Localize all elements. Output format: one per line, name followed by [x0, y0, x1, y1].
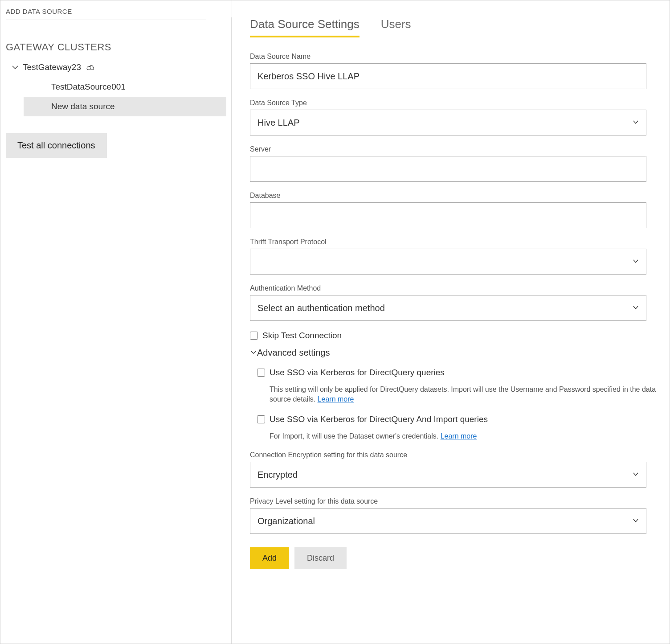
- skip-test-connection-label: Skip Test Connection: [262, 331, 342, 340]
- gateway-label: TestGateway23: [23, 62, 81, 72]
- sso-dq-help-text: This setting will only be applied for Di…: [270, 385, 657, 405]
- privacy-level-label: Privacy Level setting for this data sour…: [250, 497, 662, 505]
- select-value: Encrypted: [257, 470, 298, 480]
- sso-both-learn-more-link[interactable]: Learn more: [441, 432, 477, 440]
- server-label: Server: [250, 145, 662, 153]
- cloud-sync-icon: [86, 64, 95, 71]
- sidebar-item-new-data-source[interactable]: New data source: [24, 97, 226, 116]
- tree-item-label: TestDataSource001: [51, 82, 126, 92]
- chevron-down-icon: [10, 64, 20, 71]
- privacy-level-select[interactable]: Organizational: [250, 508, 646, 534]
- chevron-down-icon: [633, 304, 639, 312]
- tree-item-label: New data source: [51, 102, 115, 111]
- thrift-protocol-select[interactable]: [250, 249, 646, 275]
- advanced-settings-toggle[interactable]: Advanced settings: [250, 348, 662, 358]
- database-input[interactable]: [250, 202, 646, 228]
- sso-kerberos-dq-checkbox[interactable]: [257, 369, 265, 377]
- sso-both-help-text: For Import, it will use the Dataset owne…: [270, 431, 657, 441]
- chevron-down-icon: [633, 471, 639, 479]
- test-all-connections-button[interactable]: Test all connections: [6, 133, 107, 158]
- discard-button[interactable]: Discard: [294, 547, 347, 569]
- add-data-source-link[interactable]: ADD DATA SOURCE: [6, 6, 206, 20]
- thrift-protocol-label: Thrift Transport Protocol: [250, 238, 662, 246]
- chevron-down-icon: [633, 517, 639, 525]
- sso-kerberos-both-label: Use SSO via Kerberos for DirectQuery And…: [270, 414, 488, 424]
- skip-test-connection-checkbox[interactable]: [250, 332, 258, 340]
- gateway-clusters-heading: GATEWAY CLUSTERS: [6, 41, 226, 53]
- data-source-type-select[interactable]: Hive LLAP: [250, 110, 646, 135]
- encryption-setting-label: Connection Encryption setting for this d…: [250, 451, 662, 459]
- chevron-down-icon: [633, 119, 639, 127]
- data-source-name-input[interactable]: [250, 63, 646, 89]
- sidebar: ADD DATA SOURCE GATEWAY CLUSTERS TestGat…: [0, 0, 232, 644]
- sidebar-item-testdatasource001[interactable]: TestDataSource001: [24, 77, 226, 97]
- sso-kerberos-both-checkbox[interactable]: [257, 415, 265, 423]
- select-value: Select an authentication method: [257, 303, 385, 313]
- chevron-down-icon: [633, 258, 639, 266]
- tabs: Data Source Settings Users: [250, 17, 662, 37]
- data-source-name-label: Data Source Name: [250, 53, 662, 61]
- main-content: Data Source Settings Users Data Source N…: [232, 0, 670, 644]
- add-button[interactable]: Add: [250, 547, 289, 569]
- data-source-type-label: Data Source Type: [250, 99, 662, 107]
- tab-users[interactable]: Users: [381, 17, 411, 37]
- auth-method-select[interactable]: Select an authentication method: [250, 295, 646, 321]
- chevron-down-icon: [250, 348, 257, 358]
- select-value: Hive LLAP: [257, 118, 300, 128]
- tab-data-source-settings[interactable]: Data Source Settings: [250, 17, 360, 37]
- select-value: Organizational: [257, 516, 315, 526]
- server-input[interactable]: [250, 156, 646, 182]
- sso-dq-learn-more-link[interactable]: Learn more: [318, 395, 354, 403]
- sso-kerberos-dq-label: Use SSO via Kerberos for DirectQuery que…: [270, 368, 445, 377]
- database-label: Database: [250, 192, 662, 200]
- advanced-settings-label: Advanced settings: [257, 348, 330, 358]
- encryption-setting-select[interactable]: Encrypted: [250, 462, 646, 488]
- gateway-row[interactable]: TestGateway23: [6, 57, 226, 77]
- auth-method-label: Authentication Method: [250, 284, 662, 292]
